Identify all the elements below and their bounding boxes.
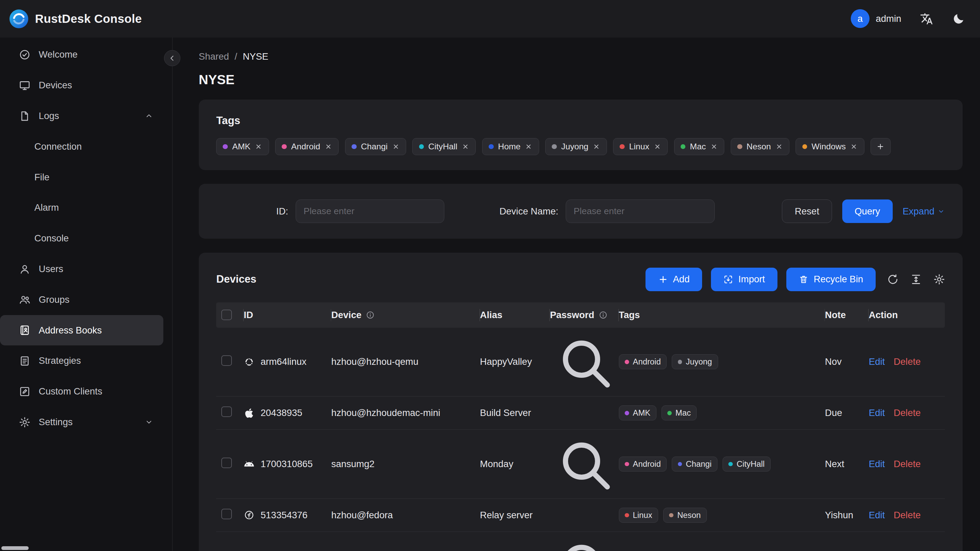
sidebar-item-users[interactable]: Users	[0, 254, 163, 284]
reset-button[interactable]: Reset	[782, 199, 832, 223]
row-checkbox[interactable]	[221, 355, 232, 366]
device-tag-chip-amk: AMK	[619, 405, 656, 420]
remove-tag-icon[interactable]	[850, 143, 858, 150]
remove-tag-icon[interactable]	[593, 143, 600, 150]
brand: RustDesk Console	[9, 9, 142, 29]
remove-tag-icon[interactable]	[525, 143, 532, 150]
delete-link[interactable]: Delete	[894, 356, 921, 367]
device-tag-chip-changi: Changi	[672, 457, 718, 471]
sidebar-item-label: Groups	[39, 294, 70, 305]
sidebar-item-settings[interactable]: Settings	[0, 407, 163, 438]
tag-color-dot	[669, 513, 673, 518]
delete-link[interactable]: Delete	[894, 459, 921, 470]
sidebar-item-connection[interactable]: Connection	[0, 131, 163, 162]
main-content: Shared / NYSE NYSE Tags AMKAndroidChangi…	[173, 38, 980, 551]
tag-label: Android	[633, 357, 661, 366]
device-tag-chip-cityhall: CityHall	[722, 457, 771, 471]
sidebar-item-devices[interactable]: Devices	[0, 70, 163, 100]
sidebar-item-alarm[interactable]: Alarm	[0, 192, 163, 223]
tag-color-dot	[282, 144, 287, 149]
query-button[interactable]: Query	[842, 199, 893, 223]
translate-icon[interactable]	[920, 12, 933, 25]
tag-color-dot	[729, 462, 733, 467]
horizontal-scrollbar-thumb[interactable]	[2, 546, 29, 550]
view-password-icon[interactable]	[550, 328, 619, 397]
column-header-alias: Alias	[480, 303, 550, 327]
tag-label: Mac	[690, 142, 706, 151]
note-cell: Nov	[825, 356, 869, 367]
delete-link[interactable]: Delete	[894, 510, 921, 521]
row-checkbox[interactable]	[221, 406, 232, 417]
add-device-button[interactable]: Add	[646, 268, 702, 291]
sidebar-collapse-button[interactable]	[164, 50, 180, 67]
device-tag-chip-neson: Neson	[663, 508, 707, 523]
tag-color-dot	[678, 462, 682, 467]
edit-link[interactable]: Edit	[869, 510, 885, 521]
devices-toolbar: Devices Add Import Recycle Bin	[216, 268, 945, 291]
dark-mode-icon[interactable]	[952, 12, 965, 25]
device-name-filter-input[interactable]	[566, 199, 714, 223]
view-password-icon[interactable]	[550, 430, 619, 498]
rustdesk-console-app: RustDesk Console a admin WelcomeDevicesL…	[0, 0, 980, 551]
sidebar-item-label: Console	[35, 233, 69, 244]
tag-color-dot	[625, 411, 629, 415]
device-name-cell: hzhou@hzhoudemac-mini	[331, 408, 480, 418]
remove-tag-icon[interactable]	[710, 143, 718, 150]
edit-link[interactable]: Edit	[869, 408, 885, 418]
table-header: IDDeviceAliasPasswordTagsNoteAction	[216, 303, 945, 327]
recycle-bin-button[interactable]: Recycle Bin	[786, 268, 876, 291]
remove-tag-icon[interactable]	[654, 143, 661, 150]
column-height-icon[interactable]	[910, 274, 922, 285]
import-button[interactable]: Import	[711, 268, 778, 291]
sidebar-item-file[interactable]: File	[0, 162, 163, 193]
select-all-checkbox[interactable]	[221, 310, 232, 320]
sidebar-item-logs[interactable]: Logs	[0, 100, 163, 131]
ubuntu-icon	[244, 357, 255, 367]
user-menu[interactable]: a admin	[851, 9, 901, 28]
tag-label: Neson	[746, 142, 771, 151]
device-id: arm64linux	[261, 356, 306, 367]
welcome-icon	[19, 49, 31, 61]
tag-chip-windows: Windows	[795, 138, 864, 155]
remove-tag-icon[interactable]	[392, 143, 399, 150]
sidebar-item-address-books[interactable]: Address Books	[0, 315, 163, 346]
column-label: Device	[331, 310, 361, 320]
sidebar-item-custom-clients[interactable]: Custom Clients	[0, 376, 163, 407]
row-checkbox[interactable]	[221, 457, 232, 468]
app-title: RustDesk Console	[35, 12, 142, 25]
id-filter-input[interactable]	[296, 199, 444, 223]
remove-tag-icon[interactable]	[325, 143, 332, 150]
custom-clients-icon	[19, 385, 31, 398]
sidebar-item-strategies[interactable]: Strategies	[0, 346, 163, 376]
tag-label: Linux	[629, 142, 649, 151]
alias-cell: Monday	[480, 459, 550, 470]
edit-link[interactable]: Edit	[869, 356, 885, 367]
delete-link[interactable]: Delete	[894, 408, 921, 418]
gear-icon[interactable]	[933, 274, 945, 285]
column-label: Password	[550, 310, 594, 320]
device-id: 513354376	[261, 510, 307, 521]
device-name-cell: hzhou@fedora	[331, 510, 480, 521]
device-id-cell: 20438935	[244, 408, 331, 418]
add-tag-button[interactable]	[870, 138, 891, 155]
action-cell: EditDelete	[869, 510, 945, 521]
breadcrumb-parent[interactable]: Shared	[199, 51, 229, 62]
sidebar-item-console[interactable]: Console	[0, 223, 163, 254]
tags-card-title: Tags	[216, 115, 945, 127]
remove-tag-icon[interactable]	[255, 143, 262, 150]
users-icon	[19, 263, 31, 275]
edit-link[interactable]: Edit	[869, 459, 885, 470]
sidebar-item-welcome[interactable]: Welcome	[0, 39, 163, 70]
tag-chip-linux: Linux	[613, 138, 668, 155]
device-tag-chip-mac: Mac	[662, 405, 697, 420]
sidebar-item-groups[interactable]: Groups	[0, 284, 163, 315]
refresh-icon[interactable]	[887, 274, 899, 285]
tag-label: Linux	[633, 510, 652, 520]
remove-tag-icon[interactable]	[462, 143, 469, 150]
tag-label: AMK	[232, 142, 251, 151]
topbar: RustDesk Console a admin	[0, 0, 980, 38]
remove-tag-icon[interactable]	[775, 143, 783, 150]
expand-toggle[interactable]: Expand	[903, 206, 945, 217]
row-checkbox[interactable]	[221, 509, 232, 519]
view-password-icon[interactable]	[550, 532, 619, 551]
